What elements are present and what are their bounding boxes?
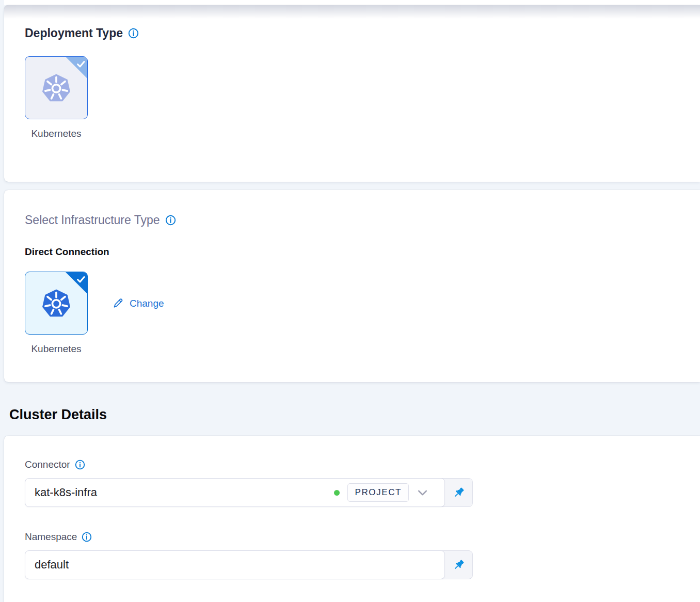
pencil-icon: [112, 297, 124, 309]
namespace-label-row: Namespace: [25, 531, 700, 543]
info-icon[interactable]: [82, 532, 92, 542]
top-strip: [4, 0, 700, 5]
namespace-field: [25, 550, 473, 580]
infrastructure-title: Select Infrastructure Type: [25, 213, 160, 227]
deployment-type-title: Deployment Type: [25, 26, 123, 40]
deployment-type-title-row: Deployment Type: [25, 26, 700, 40]
connector-field: PROJECT: [25, 478, 473, 508]
connector-input-decor: PROJECT: [334, 478, 428, 507]
infra-kubernetes-tile[interactable]: [25, 272, 88, 335]
deployment-kubernetes-option: Kubernetes: [25, 56, 89, 140]
check-icon: [75, 274, 86, 287]
pin-icon: [452, 558, 466, 572]
namespace-label: Namespace: [25, 531, 77, 543]
pin-icon: [452, 486, 466, 500]
check-icon: [75, 58, 86, 71]
infrastructure-selection-row: Kubernetes Change: [25, 272, 700, 355]
info-icon[interactable]: [165, 215, 176, 226]
connector-label: Connector: [25, 458, 70, 471]
pin-button[interactable]: [444, 551, 472, 579]
infrastructure-title-row: Select Infrastructure Type: [25, 213, 700, 227]
change-button[interactable]: Change: [112, 297, 164, 309]
scope-badge[interactable]: PROJECT: [347, 483, 409, 502]
pin-button[interactable]: [444, 479, 472, 506]
info-icon[interactable]: [128, 28, 139, 39]
direct-connection-heading: Direct Connection: [25, 246, 700, 258]
infra-tile-label: Kubernetes: [25, 343, 88, 355]
info-icon[interactable]: [75, 460, 85, 470]
deployment-kubernetes-tile[interactable]: [25, 56, 88, 119]
connector-status-dot: [334, 490, 340, 496]
chevron-down-icon[interactable]: [417, 487, 428, 499]
deployment-tile-label: Kubernetes: [25, 128, 88, 140]
cluster-details-heading: Cluster Details: [9, 406, 700, 423]
page-content: Deployment Type Kubernetes Select Infras…: [4, 0, 700, 602]
infra-kubernetes-option: Kubernetes: [25, 272, 89, 355]
connector-label-row: Connector: [25, 458, 700, 471]
change-label: Change: [130, 298, 164, 309]
infrastructure-type-card: Select Infrastructure Type Direct Connec…: [4, 190, 700, 382]
cluster-details-card: Connector PROJECT Namespace: [4, 436, 700, 602]
deployment-type-card: Deployment Type Kubernetes: [4, 5, 700, 182]
namespace-input[interactable]: [25, 550, 445, 579]
